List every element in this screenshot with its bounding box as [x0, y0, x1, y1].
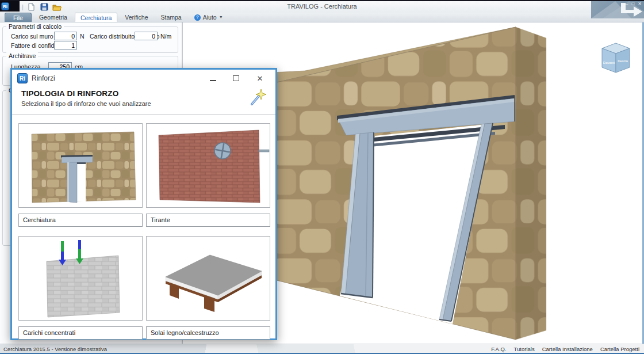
group-parametri: Parametri di calcolo Carico sul muro N C… [2, 26, 178, 53]
view-navigation-cube[interactable]: Davanti Destra [600, 40, 632, 74]
version-text: Cerchiatura 2015.5 - Versione dimostrati… [3, 346, 107, 352]
ribbon-tab-bar: File Geometria Cerchiatura Verifiche Sta… [0, 13, 644, 22]
link-faq[interactable]: F.A.Q. [491, 346, 506, 352]
cerchiatura-preview-image [19, 124, 142, 207]
dialog-minimize-button[interactable] [206, 73, 219, 83]
status-links: F.A.Q. Tutorials Cartella Installazione … [491, 346, 639, 352]
carico-unit: N [80, 33, 85, 40]
minimize-icon [210, 80, 216, 81]
maximize-icon [233, 75, 239, 81]
carichi-label[interactable]: Carichi concentrati [18, 326, 143, 340]
link-cartella-installazione[interactable]: Cartella Installazione [542, 346, 593, 352]
carico-input[interactable] [54, 32, 77, 40]
close-icon[interactable]: ✕ [638, 2, 642, 6]
window-title: TRAVILOG - Cerchiatura [0, 3, 644, 10]
solai-label[interactable]: Solai legno/calcestruzzo [146, 326, 270, 340]
rinforzi-dialog: Ri Rinforzi ✕ TIPOLOGIA DI RINFORZO Sele… [10, 68, 277, 340]
cube-right-face-label[interactable]: Destra [618, 59, 628, 63]
carico-label: Carico sul muro [11, 33, 53, 40]
tirante-preview-image [147, 124, 270, 207]
group-parametri-title: Parametri di calcolo [6, 23, 64, 30]
dialog-title-bar: Ri Rinforzi ✕ [12, 70, 275, 87]
carichi-preview[interactable] [18, 236, 143, 321]
help-icon: ? [194, 14, 201, 21]
tab-cerchiatura[interactable]: Cerchiatura [75, 13, 117, 22]
tirante-preview[interactable] [146, 123, 270, 208]
dialog-header: TIPOLOGIA DI RINFORZO Seleziona il tipo … [12, 87, 275, 107]
chevron-down-icon: ▼ [219, 14, 223, 21]
option-tirante[interactable]: Tirante [146, 123, 270, 227]
fattore-input[interactable] [54, 41, 77, 50]
distribuito-input[interactable] [135, 32, 158, 40]
tab-stampa[interactable]: Stampa [156, 13, 187, 22]
dialog-separator [12, 114, 275, 115]
cerchiatura-label[interactable]: Cerchiatura [18, 214, 143, 227]
option-solai[interactable]: Solai legno/calcestruzzo [146, 236, 270, 340]
dialog-app-icon: Ri [17, 73, 28, 83]
tab-aiuto-label: Aiuto [203, 14, 217, 21]
tab-geometria[interactable]: Geometria [34, 13, 72, 22]
dialog-maximize-button[interactable] [229, 73, 242, 83]
app-window: Ri | [0, 0, 644, 354]
distribuito-unit: N/m [160, 33, 171, 40]
tirante-label[interactable]: Tirante [146, 214, 270, 227]
carichi-preview-image [19, 237, 142, 320]
tab-verifiche[interactable]: Verifiche [120, 13, 153, 22]
option-cerchiatura[interactable]: Cerchiatura [18, 123, 143, 227]
status-bar: Cerchiatura 2015.5 - Versione dimostrati… [0, 344, 644, 353]
magic-wand-icon [249, 88, 267, 106]
tab-aiuto[interactable]: ? Aiuto ▼ [189, 13, 228, 22]
group-architrave-title: Architrave [6, 52, 38, 59]
dialog-title: Rinforzi [32, 74, 55, 82]
close-icon: ✕ [257, 75, 263, 82]
link-cartella-progetti[interactable]: Cartella Progetti [600, 346, 639, 352]
maximize-icon[interactable]: □ [631, 2, 634, 6]
tab-file[interactable]: File [5, 13, 32, 22]
dialog-header-subtitle: Seleziona il tipo di rinforzo che vuoi a… [21, 100, 266, 107]
title-bar: Ri | [0, 1, 644, 13]
option-carichi-concentrati[interactable]: Carichi concentrati [18, 236, 143, 340]
window-controls: — □ ✕ [623, 2, 642, 6]
dialog-header-title: TIPOLOGIA DI RINFORZO [21, 89, 266, 98]
cerchiatura-preview[interactable] [18, 123, 143, 208]
cube-front-face-label[interactable]: Davanti [603, 61, 615, 64]
dialog-close-button[interactable]: ✕ [254, 73, 266, 83]
solai-preview-image [147, 237, 270, 320]
link-tutorials[interactable]: Tutorials [514, 346, 535, 352]
minimize-icon[interactable]: — [623, 2, 628, 6]
solai-preview[interactable] [146, 236, 270, 321]
reinforcement-options: Cerchiatura Tirante [12, 123, 275, 338]
